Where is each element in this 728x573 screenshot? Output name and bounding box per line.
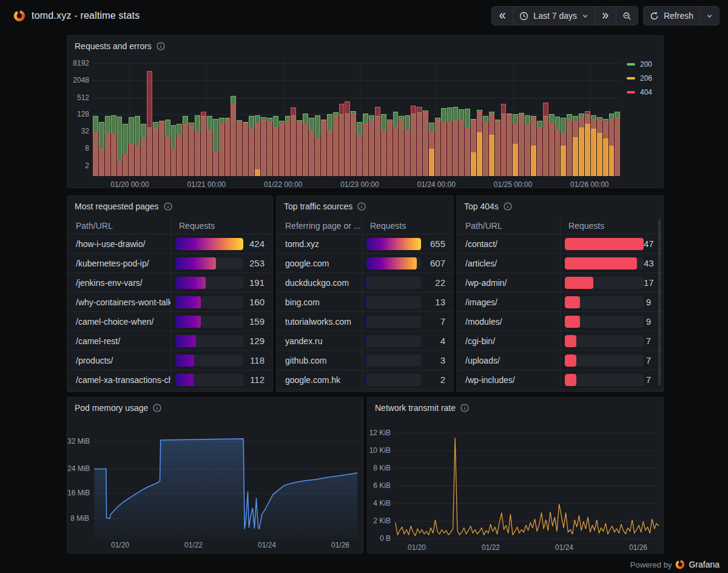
bar[interactable] [405,59,411,176]
bar[interactable] [417,59,423,176]
bar[interactable] [231,59,237,176]
column-header-referrer[interactable]: Referring page or ... [277,221,362,231]
bar[interactable] [273,59,279,176]
table-row[interactable]: /articles/43 [457,253,663,273]
time-range-picker[interactable]: Last 7 days [513,7,595,25]
time-shift-back-button[interactable] [492,7,513,25]
bar[interactable] [225,59,231,176]
legend-item-206[interactable]: 206 [627,74,652,83]
table-row[interactable]: /images/9 [457,292,663,311]
bar[interactable] [441,59,447,176]
bar[interactable] [111,59,117,176]
zoom-out-button[interactable] [616,7,638,25]
bar[interactable] [465,59,471,176]
bar[interactable] [345,59,351,176]
bar[interactable] [147,59,153,176]
bar[interactable] [393,59,399,176]
panel-header[interactable]: Requests and errors [75,41,165,51]
bar[interactable] [291,59,297,176]
bar[interactable] [459,59,465,176]
bar[interactable] [591,59,597,176]
table-row[interactable]: tutorialworks.com7 [277,311,453,331]
table-row[interactable]: /products/118 [67,350,272,370]
bar[interactable] [543,59,549,176]
bar[interactable] [339,59,345,176]
bar[interactable] [567,59,573,176]
panel-header[interactable]: Top 404s [464,202,512,211]
table-row[interactable]: /modules/9 [457,311,663,331]
info-icon[interactable] [504,202,512,211]
bar[interactable] [585,59,591,176]
bar[interactable] [513,59,519,176]
bar[interactable] [189,59,195,176]
bar[interactable] [141,59,147,176]
table-row[interactable]: /contact/47 [457,234,663,253]
bar[interactable] [159,59,165,176]
bar[interactable] [351,59,357,176]
table-row[interactable]: yandex.ru4 [277,331,453,350]
grafana-brand-label[interactable]: Grafana [689,560,720,569]
bar[interactable] [171,59,177,176]
bar[interactable] [297,59,303,176]
bar[interactable] [489,59,495,176]
table-row[interactable]: /jenkins-env-vars/191 [67,273,272,292]
column-header-requests[interactable]: Requests [170,221,215,231]
bar[interactable] [309,59,315,176]
bar[interactable] [357,59,363,176]
bar[interactable] [579,59,585,176]
bar[interactable] [531,59,537,176]
bar[interactable] [117,59,123,176]
bar[interactable] [507,59,513,176]
table-row[interactable]: /camel-choice-when/159 [67,311,272,331]
bar[interactable] [429,59,435,176]
bar[interactable] [123,59,129,176]
bar[interactable] [363,59,369,176]
bar[interactable] [609,59,615,176]
bar[interactable] [195,59,201,176]
panel-header[interactable]: Network transmit rate [375,403,469,413]
bar[interactable] [381,59,387,176]
table-row[interactable]: github.com3 [277,350,453,370]
bar[interactable] [327,59,333,176]
bar[interactable] [537,59,543,176]
bar[interactable] [453,59,459,176]
scrollbar[interactable] [658,219,661,385]
time-shift-forward-button[interactable] [595,7,616,25]
bar[interactable] [615,59,621,176]
bar[interactable] [255,59,261,176]
bar[interactable] [399,59,405,176]
bar[interactable] [267,59,273,176]
stacked-bar-chart[interactable] [93,59,621,176]
table-row[interactable]: /why-containers-wont-talk160 [67,292,272,311]
table-row[interactable]: /kubernetes-pod-ip/253 [67,253,272,273]
bar[interactable] [519,59,525,176]
table-row[interactable]: google.com.hk2 [277,370,453,389]
bar[interactable] [321,59,327,176]
info-icon[interactable] [460,404,469,412]
bar[interactable] [165,59,171,176]
table-row[interactable]: bing.com13 [277,292,453,311]
bar[interactable] [435,59,441,176]
bar[interactable] [129,59,135,176]
bar[interactable] [105,59,111,176]
table-row[interactable]: /wp-admin/17 [457,273,663,292]
bar[interactable] [315,59,321,176]
column-header-requests[interactable]: Requests [560,221,604,231]
table-row[interactable]: tomd.xyz655 [277,234,453,253]
bar[interactable] [603,59,609,176]
bar[interactable] [495,59,501,176]
bar[interactable] [237,59,243,176]
bar[interactable] [555,59,561,176]
bar[interactable] [573,59,579,176]
table-row[interactable]: duckduckgo.com22 [277,273,453,292]
bar[interactable] [177,59,183,176]
bar[interactable] [285,59,291,176]
bar[interactable] [369,59,375,176]
bar[interactable] [483,59,489,176]
refresh-interval-dropdown[interactable] [699,7,719,25]
table-row[interactable]: /wp-includes/7 [457,370,663,389]
bar[interactable] [303,59,309,176]
panel-header[interactable]: Top traffic sources [284,202,366,211]
bar[interactable] [333,59,339,176]
bar[interactable] [207,59,213,176]
